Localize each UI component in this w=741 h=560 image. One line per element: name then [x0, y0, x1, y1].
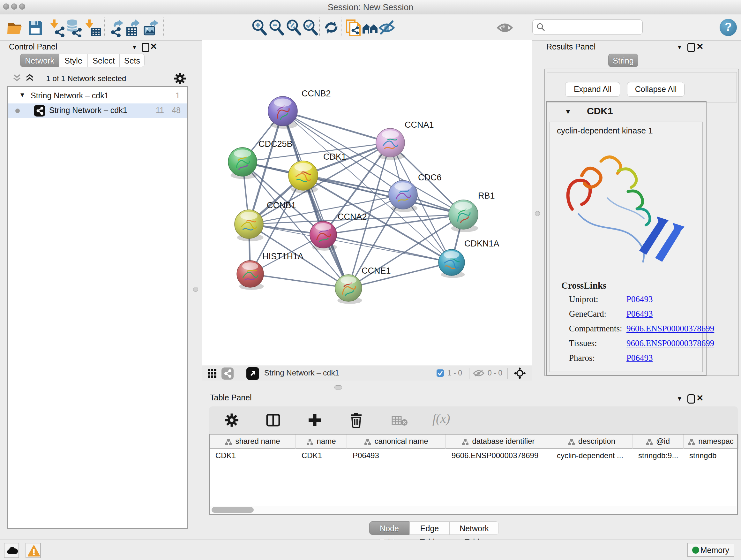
- import-network-database-icon[interactable]: [65, 18, 83, 37]
- crosslink-link[interactable]: 9606.ENSP00000378699: [626, 324, 714, 334]
- table-panel-close-icon[interactable]: ✕: [696, 393, 704, 403]
- table-hscrollbar[interactable]: [210, 506, 737, 514]
- birdseye-toggle-icon[interactable]: [246, 367, 259, 380]
- export-network-icon[interactable]: [108, 18, 126, 37]
- search-box: [532, 19, 643, 35]
- crosslink-label: GeneCard:: [569, 309, 606, 319]
- left-splitter-handle[interactable]: [193, 287, 198, 292]
- network-canvas[interactable]: CCNB2CCNA1CDC25BCDK1CDC6RB1CCNB1CCNA2CDK…: [202, 40, 532, 366]
- network-node-CDKN1A[interactable]: CDKN1A: [439, 239, 499, 278]
- import-network-file-icon[interactable]: [49, 18, 66, 37]
- column-header-database-identifier[interactable]: database identifier: [446, 435, 551, 449]
- clone-network-icon[interactable]: [344, 18, 362, 37]
- gear-icon[interactable]: [174, 72, 186, 85]
- results-panel-body: Expand All Collapse All ▼ CDK1 cyclin-de…: [544, 69, 739, 376]
- tab-node-table[interactable]: Node Table: [369, 521, 409, 535]
- show-columns-icon[interactable]: [266, 413, 280, 428]
- tab-network[interactable]: Network: [20, 54, 59, 67]
- search-input[interactable]: [548, 21, 640, 33]
- warning-status-button[interactable]: [25, 543, 41, 558]
- save-session-icon[interactable]: [26, 18, 44, 37]
- fit-content-crosshair-icon[interactable]: [514, 367, 526, 379]
- network-node-RB1[interactable]: RB1: [449, 191, 495, 232]
- tab-select[interactable]: Select: [88, 54, 120, 67]
- add-column-icon[interactable]: [307, 413, 322, 428]
- column-header-shared-name[interactable]: shared name: [210, 435, 296, 449]
- cell-canonical-name[interactable]: P06493: [347, 449, 446, 462]
- first-neighbors-icon[interactable]: [361, 18, 379, 37]
- column-header-description[interactable]: description: [551, 435, 632, 449]
- network-row[interactable]: String Network – cdk1 11 48: [8, 104, 187, 118]
- control-panel-float-icon[interactable]: [142, 43, 149, 52]
- edge-count: 48: [172, 106, 181, 115]
- separator: [469, 368, 469, 379]
- title-bar: Session: New Session: [0, 0, 741, 14]
- main-toolbar: ?: [0, 14, 741, 41]
- crosslink-link[interactable]: P06493: [626, 353, 653, 363]
- network-node-HIST1H1A[interactable]: HIST1H1A: [237, 252, 304, 290]
- table-settings-gear-icon[interactable]: [224, 413, 239, 428]
- expand-all-button[interactable]: Expand All: [565, 82, 620, 97]
- column-header-name[interactable]: name: [296, 435, 347, 449]
- open-file-icon[interactable]: [6, 18, 24, 37]
- delete-column-trash-icon[interactable]: [349, 412, 363, 428]
- separator: [240, 368, 240, 379]
- section-collapse-icon[interactable]: ▼: [564, 108, 571, 116]
- hscrollbar-thumb[interactable]: [212, 507, 254, 513]
- crosslink-link[interactable]: P06493: [626, 294, 653, 304]
- tab-edge-table[interactable]: Edge Table: [409, 521, 450, 535]
- node-label-CCNA2: CCNA2: [338, 212, 367, 222]
- column-header-canonical-name[interactable]: canonical name: [347, 435, 446, 449]
- results-panel-close-icon[interactable]: ✕: [696, 42, 704, 52]
- node-label-CCNE1: CCNE1: [361, 266, 391, 275]
- tab-network-table[interactable]: Network Table: [450, 521, 499, 535]
- cell-namespac[interactable]: stringdb: [684, 449, 738, 462]
- zoom-in-icon[interactable]: [250, 18, 268, 37]
- function-builder-icon[interactable]: f(x): [432, 411, 450, 426]
- crosslink-link[interactable]: P06493: [626, 309, 653, 319]
- refresh-icon[interactable]: [322, 18, 340, 37]
- table-panel-menu-icon[interactable]: ▼: [677, 395, 683, 402]
- network-node-CCNA1[interactable]: CCNA1: [376, 120, 434, 160]
- toolbar-separator: [104, 17, 105, 37]
- expand-all-icon[interactable]: [25, 73, 35, 82]
- tab-sets[interactable]: Sets: [120, 54, 145, 67]
- column-header-namespac[interactable]: namespac: [684, 435, 738, 449]
- cell-description[interactable]: cyclin-dependent ...: [551, 449, 632, 462]
- network-node-CDC6[interactable]: CDC6: [389, 173, 442, 212]
- grid-view-icon[interactable]: [207, 369, 217, 378]
- zoom-selected-icon[interactable]: [301, 18, 319, 37]
- cloud-status-button[interactable]: [4, 543, 19, 558]
- show-all-icon[interactable]: [496, 18, 514, 37]
- delete-table-icon[interactable]: [392, 415, 408, 426]
- table-panel-float-icon[interactable]: [687, 394, 695, 403]
- results-panel-menu-icon[interactable]: ▼: [677, 44, 683, 51]
- control-panel-menu-icon[interactable]: ▼: [131, 44, 138, 51]
- zoom-out-icon[interactable]: [267, 18, 285, 37]
- zoom-fit-icon[interactable]: [285, 18, 302, 37]
- cell-shared-name[interactable]: CDK1: [210, 449, 296, 462]
- cell-name[interactable]: CDK1: [296, 449, 347, 462]
- results-panel-float-icon[interactable]: [687, 43, 695, 52]
- cell--id[interactable]: stringdb:9...: [632, 449, 684, 462]
- right-splitter-handle[interactable]: [535, 211, 540, 216]
- hide-selected-icon[interactable]: [378, 18, 396, 37]
- cell-database-identifier[interactable]: 9606.ENSP00000378699: [446, 449, 551, 462]
- column-header--id[interactable]: @id: [632, 435, 684, 449]
- help-icon[interactable]: ?: [720, 19, 737, 36]
- export-table-icon[interactable]: [125, 18, 142, 37]
- tab-style[interactable]: Style: [59, 54, 88, 67]
- tab-string[interactable]: String: [608, 54, 638, 67]
- crosslink-link[interactable]: 9606.ENSP00000378699: [626, 338, 714, 348]
- collapse-all-button[interactable]: Collapse All: [627, 82, 684, 97]
- selected-checkbox-icon[interactable]: [436, 369, 444, 377]
- import-table-icon[interactable]: [84, 18, 102, 37]
- tree-expand-icon[interactable]: ▼: [19, 91, 25, 99]
- export-image-icon[interactable]: [142, 18, 160, 37]
- control-panel-close-icon[interactable]: ✕: [150, 42, 157, 52]
- memory-button[interactable]: Memory: [687, 543, 734, 557]
- network-collection-row[interactable]: ▼ String Network – cdk1 1: [8, 89, 187, 104]
- network-share-view-icon[interactable]: [221, 368, 233, 380]
- horizontal-splitter-handle[interactable]: [334, 385, 342, 389]
- collapse-all-icon[interactable]: [12, 73, 22, 82]
